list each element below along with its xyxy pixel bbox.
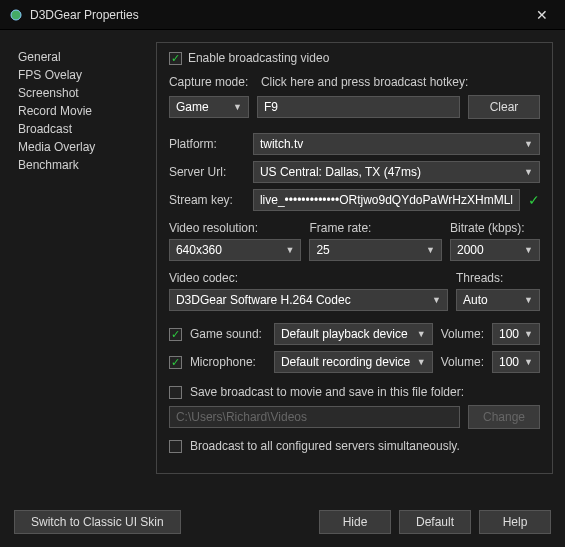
capture-mode-select[interactable]: Game▼ <box>169 96 249 118</box>
threads-select[interactable]: Auto▼ <box>456 289 540 311</box>
chevron-down-icon: ▼ <box>286 245 295 255</box>
sidebar-item-screenshot[interactable]: Screenshot <box>18 84 144 102</box>
stream-key-label: Stream key: <box>169 193 245 207</box>
game-volume-select[interactable]: 100▼ <box>492 323 540 345</box>
sidebar-item-general[interactable]: General <box>18 48 144 66</box>
multi-server-label: Broadcast to all configured servers simu… <box>190 439 460 453</box>
resolution-select[interactable]: 640x360▼ <box>169 239 302 261</box>
svg-point-0 <box>11 10 21 20</box>
sidebar-item-fps-overlay[interactable]: FPS Ovelay <box>18 66 144 84</box>
chevron-down-icon: ▼ <box>426 245 435 255</box>
classic-skin-button[interactable]: Switch to Classic UI Skin <box>14 510 181 534</box>
resolution-label: Video resolution: <box>169 221 302 235</box>
help-button[interactable]: Help <box>479 510 551 534</box>
bitrate-label: Bitrate (kbps): <box>450 221 540 235</box>
enable-broadcast-label: Enable broadcasting video <box>188 51 329 65</box>
threads-label: Threads: <box>456 271 540 285</box>
framerate-select[interactable]: 25▼ <box>309 239 442 261</box>
chevron-down-icon: ▼ <box>524 295 533 305</box>
chevron-down-icon: ▼ <box>432 295 441 305</box>
mic-volume-label: Volume: <box>441 355 484 369</box>
game-volume-label: Volume: <box>441 327 484 341</box>
chevron-down-icon: ▼ <box>524 245 533 255</box>
hotkey-label: Click here and press broadcast hotkey: <box>261 75 540 89</box>
chevron-down-icon: ▼ <box>524 357 533 367</box>
chevron-down-icon: ▼ <box>417 329 426 339</box>
sidebar-item-media-overlay[interactable]: Media Overlay <box>18 138 144 156</box>
platform-select[interactable]: twitch.tv▼ <box>253 133 540 155</box>
game-sound-checkbox[interactable] <box>169 328 182 341</box>
chevron-down-icon: ▼ <box>524 139 533 149</box>
check-icon: ✓ <box>528 192 540 208</box>
clear-button[interactable]: Clear <box>468 95 540 119</box>
close-icon[interactable]: ✕ <box>527 7 557 23</box>
server-url-select[interactable]: US Central: Dallas, TX (47ms)▼ <box>253 161 540 183</box>
hide-button[interactable]: Hide <box>319 510 391 534</box>
codec-select[interactable]: D3DGear Software H.264 Codec▼ <box>169 289 448 311</box>
titlebar: D3DGear Properties ✕ <box>0 0 565 30</box>
microphone-checkbox[interactable] <box>169 356 182 369</box>
app-icon <box>8 7 24 23</box>
bitrate-select[interactable]: 2000▼ <box>450 239 540 261</box>
hotkey-input[interactable]: F9 <box>257 96 460 118</box>
change-button[interactable]: Change <box>468 405 540 429</box>
microphone-label: Microphone: <box>190 355 266 369</box>
multi-server-checkbox[interactable] <box>169 440 182 453</box>
game-sound-select[interactable]: Default playback device▼ <box>274 323 433 345</box>
save-broadcast-label: Save broadcast to movie and save in this… <box>190 385 464 399</box>
broadcast-group: Enable broadcasting video Capture mode: … <box>156 42 553 474</box>
microphone-select[interactable]: Default recording device▼ <box>274 351 433 373</box>
chevron-down-icon: ▼ <box>524 329 533 339</box>
sidebar-item-record-movie[interactable]: Record Movie <box>18 102 144 120</box>
mic-volume-select[interactable]: 100▼ <box>492 351 540 373</box>
sidebar: General FPS Ovelay Screenshot Record Mov… <box>0 30 144 497</box>
window-title: D3DGear Properties <box>30 8 527 22</box>
stream-key-input[interactable]: live_•••••••••••••ORtjwo9dQYdoPaWrHzXHmM… <box>253 189 520 211</box>
default-button[interactable]: Default <box>399 510 471 534</box>
chevron-down-icon: ▼ <box>233 102 242 112</box>
chevron-down-icon: ▼ <box>524 167 533 177</box>
framerate-label: Frame rate: <box>309 221 442 235</box>
footer: Switch to Classic UI Skin Hide Default H… <box>0 497 565 547</box>
server-url-label: Server Url: <box>169 165 245 179</box>
codec-label: Video codec: <box>169 271 448 285</box>
game-sound-label: Game sound: <box>190 327 266 341</box>
capture-mode-label: Capture mode: <box>169 75 253 89</box>
enable-broadcast-checkbox[interactable] <box>169 52 182 65</box>
save-broadcast-checkbox[interactable] <box>169 386 182 399</box>
save-path-input: C:\Users\Richard\Videos <box>169 406 460 428</box>
sidebar-item-broadcast[interactable]: Broadcast <box>18 120 144 138</box>
platform-label: Platform: <box>169 137 245 151</box>
chevron-down-icon: ▼ <box>417 357 426 367</box>
sidebar-item-benchmark[interactable]: Benchmark <box>18 156 144 174</box>
